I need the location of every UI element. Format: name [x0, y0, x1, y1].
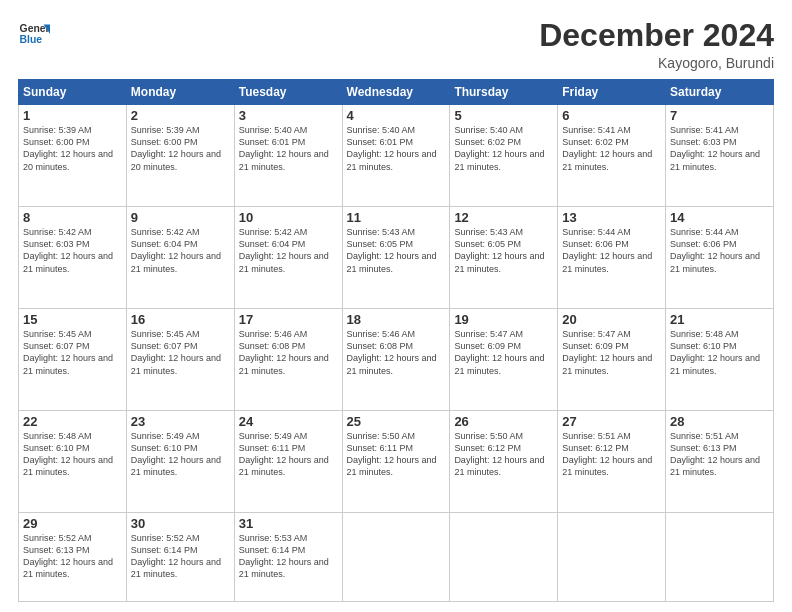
title-block: December 2024 Kayogoro, Burundi: [539, 18, 774, 71]
subtitle: Kayogoro, Burundi: [539, 55, 774, 71]
day-number: 10: [239, 210, 338, 225]
day-number: 30: [131, 516, 230, 531]
calendar-table: Sunday Monday Tuesday Wednesday Thursday…: [18, 79, 774, 602]
day-number: 15: [23, 312, 122, 327]
day-number: 22: [23, 414, 122, 429]
day-cell-20: 20 Sunrise: 5:47 AMSunset: 6:09 PMDaylig…: [558, 309, 666, 411]
day-cell-17: 17 Sunrise: 5:46 AMSunset: 6:08 PMDaylig…: [234, 309, 342, 411]
empty-cell: [558, 513, 666, 602]
day-info: Sunrise: 5:45 AMSunset: 6:07 PMDaylight:…: [131, 329, 221, 375]
col-sunday: Sunday: [19, 80, 127, 105]
day-number: 1: [23, 108, 122, 123]
day-number: 9: [131, 210, 230, 225]
day-info: Sunrise: 5:45 AMSunset: 6:07 PMDaylight:…: [23, 329, 113, 375]
day-number: 28: [670, 414, 769, 429]
day-number: 27: [562, 414, 661, 429]
day-info: Sunrise: 5:48 AMSunset: 6:10 PMDaylight:…: [23, 431, 113, 477]
day-cell-10: 10 Sunrise: 5:42 AMSunset: 6:04 PMDaylig…: [234, 207, 342, 309]
day-cell-31: 31 Sunrise: 5:53 AMSunset: 6:14 PMDaylig…: [234, 513, 342, 602]
week-row-4: 22 Sunrise: 5:48 AMSunset: 6:10 PMDaylig…: [19, 411, 774, 513]
day-number: 23: [131, 414, 230, 429]
empty-cell: [450, 513, 558, 602]
day-cell-18: 18 Sunrise: 5:46 AMSunset: 6:08 PMDaylig…: [342, 309, 450, 411]
day-cell-26: 26 Sunrise: 5:50 AMSunset: 6:12 PMDaylig…: [450, 411, 558, 513]
day-cell-4: 4 Sunrise: 5:40 AMSunset: 6:01 PMDayligh…: [342, 105, 450, 207]
day-number: 11: [347, 210, 446, 225]
col-friday: Friday: [558, 80, 666, 105]
day-info: Sunrise: 5:42 AMSunset: 6:04 PMDaylight:…: [131, 227, 221, 273]
day-number: 26: [454, 414, 553, 429]
calendar-header-row: Sunday Monday Tuesday Wednesday Thursday…: [19, 80, 774, 105]
day-number: 31: [239, 516, 338, 531]
empty-cell: [342, 513, 450, 602]
day-number: 17: [239, 312, 338, 327]
day-info: Sunrise: 5:43 AMSunset: 6:05 PMDaylight:…: [454, 227, 544, 273]
day-cell-9: 9 Sunrise: 5:42 AMSunset: 6:04 PMDayligh…: [126, 207, 234, 309]
day-cell-29: 29 Sunrise: 5:52 AMSunset: 6:13 PMDaylig…: [19, 513, 127, 602]
svg-text:Blue: Blue: [20, 34, 43, 45]
day-cell-2: 2 Sunrise: 5:39 AMSunset: 6:00 PMDayligh…: [126, 105, 234, 207]
day-number: 4: [347, 108, 446, 123]
day-info: Sunrise: 5:47 AMSunset: 6:09 PMDaylight:…: [562, 329, 652, 375]
day-cell-21: 21 Sunrise: 5:48 AMSunset: 6:10 PMDaylig…: [666, 309, 774, 411]
day-number: 2: [131, 108, 230, 123]
day-info: Sunrise: 5:48 AMSunset: 6:10 PMDaylight:…: [670, 329, 760, 375]
day-cell-12: 12 Sunrise: 5:43 AMSunset: 6:05 PMDaylig…: [450, 207, 558, 309]
day-info: Sunrise: 5:49 AMSunset: 6:10 PMDaylight:…: [131, 431, 221, 477]
day-cell-1: 1 Sunrise: 5:39 AMSunset: 6:00 PMDayligh…: [19, 105, 127, 207]
week-row-5: 29 Sunrise: 5:52 AMSunset: 6:13 PMDaylig…: [19, 513, 774, 602]
day-cell-16: 16 Sunrise: 5:45 AMSunset: 6:07 PMDaylig…: [126, 309, 234, 411]
day-info: Sunrise: 5:40 AMSunset: 6:02 PMDaylight:…: [454, 125, 544, 171]
day-cell-15: 15 Sunrise: 5:45 AMSunset: 6:07 PMDaylig…: [19, 309, 127, 411]
day-cell-30: 30 Sunrise: 5:52 AMSunset: 6:14 PMDaylig…: [126, 513, 234, 602]
day-number: 13: [562, 210, 661, 225]
day-cell-7: 7 Sunrise: 5:41 AMSunset: 6:03 PMDayligh…: [666, 105, 774, 207]
day-number: 21: [670, 312, 769, 327]
week-row-3: 15 Sunrise: 5:45 AMSunset: 6:07 PMDaylig…: [19, 309, 774, 411]
day-number: 14: [670, 210, 769, 225]
day-info: Sunrise: 5:44 AMSunset: 6:06 PMDaylight:…: [562, 227, 652, 273]
day-number: 25: [347, 414, 446, 429]
day-number: 16: [131, 312, 230, 327]
day-number: 7: [670, 108, 769, 123]
header: General Blue December 2024 Kayogoro, Bur…: [18, 18, 774, 71]
day-cell-27: 27 Sunrise: 5:51 AMSunset: 6:12 PMDaylig…: [558, 411, 666, 513]
day-cell-13: 13 Sunrise: 5:44 AMSunset: 6:06 PMDaylig…: [558, 207, 666, 309]
day-number: 24: [239, 414, 338, 429]
day-info: Sunrise: 5:53 AMSunset: 6:14 PMDaylight:…: [239, 533, 329, 579]
day-info: Sunrise: 5:41 AMSunset: 6:02 PMDaylight:…: [562, 125, 652, 171]
day-info: Sunrise: 5:47 AMSunset: 6:09 PMDaylight:…: [454, 329, 544, 375]
logo-icon: General Blue: [18, 18, 50, 50]
day-info: Sunrise: 5:44 AMSunset: 6:06 PMDaylight:…: [670, 227, 760, 273]
day-info: Sunrise: 5:43 AMSunset: 6:05 PMDaylight:…: [347, 227, 437, 273]
day-info: Sunrise: 5:42 AMSunset: 6:04 PMDaylight:…: [239, 227, 329, 273]
week-row-1: 1 Sunrise: 5:39 AMSunset: 6:00 PMDayligh…: [19, 105, 774, 207]
day-info: Sunrise: 5:39 AMSunset: 6:00 PMDaylight:…: [131, 125, 221, 171]
page: General Blue December 2024 Kayogoro, Bur…: [0, 0, 792, 612]
day-info: Sunrise: 5:40 AMSunset: 6:01 PMDaylight:…: [239, 125, 329, 171]
day-cell-6: 6 Sunrise: 5:41 AMSunset: 6:02 PMDayligh…: [558, 105, 666, 207]
day-info: Sunrise: 5:39 AMSunset: 6:00 PMDaylight:…: [23, 125, 113, 171]
day-number: 5: [454, 108, 553, 123]
day-info: Sunrise: 5:46 AMSunset: 6:08 PMDaylight:…: [239, 329, 329, 375]
day-info: Sunrise: 5:41 AMSunset: 6:03 PMDaylight:…: [670, 125, 760, 171]
day-cell-14: 14 Sunrise: 5:44 AMSunset: 6:06 PMDaylig…: [666, 207, 774, 309]
day-number: 20: [562, 312, 661, 327]
day-info: Sunrise: 5:40 AMSunset: 6:01 PMDaylight:…: [347, 125, 437, 171]
day-number: 3: [239, 108, 338, 123]
col-monday: Monday: [126, 80, 234, 105]
day-info: Sunrise: 5:50 AMSunset: 6:12 PMDaylight:…: [454, 431, 544, 477]
day-cell-22: 22 Sunrise: 5:48 AMSunset: 6:10 PMDaylig…: [19, 411, 127, 513]
day-info: Sunrise: 5:52 AMSunset: 6:14 PMDaylight:…: [131, 533, 221, 579]
day-cell-3: 3 Sunrise: 5:40 AMSunset: 6:01 PMDayligh…: [234, 105, 342, 207]
day-info: Sunrise: 5:52 AMSunset: 6:13 PMDaylight:…: [23, 533, 113, 579]
day-number: 18: [347, 312, 446, 327]
col-tuesday: Tuesday: [234, 80, 342, 105]
day-info: Sunrise: 5:51 AMSunset: 6:12 PMDaylight:…: [562, 431, 652, 477]
day-number: 8: [23, 210, 122, 225]
day-number: 29: [23, 516, 122, 531]
day-number: 19: [454, 312, 553, 327]
day-cell-25: 25 Sunrise: 5:50 AMSunset: 6:11 PMDaylig…: [342, 411, 450, 513]
col-thursday: Thursday: [450, 80, 558, 105]
day-info: Sunrise: 5:42 AMSunset: 6:03 PMDaylight:…: [23, 227, 113, 273]
